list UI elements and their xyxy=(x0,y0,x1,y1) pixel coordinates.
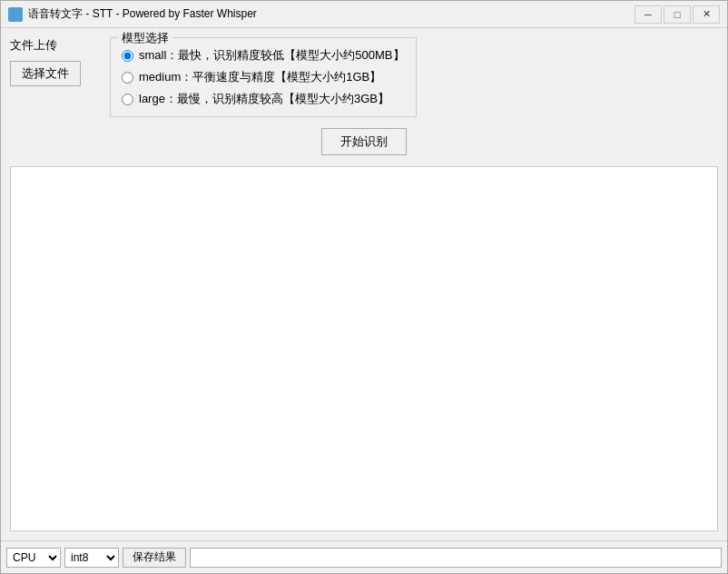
radio-item-large[interactable]: large：最慢，识别精度较高【模型大小约3GB】 xyxy=(122,91,405,107)
radio-medium[interactable] xyxy=(122,72,133,84)
radio-large[interactable] xyxy=(122,94,133,105)
model-selection-section: 模型选择 small：最快，识别精度较低【模型大小约500MB】 medium：… xyxy=(110,37,417,117)
radio-medium-label: medium：平衡速度与精度【模型大小约1GB】 xyxy=(139,69,381,85)
window-content: 文件上传 选择文件 模型选择 small：最快，识别精度较低【模型大小约500M… xyxy=(1,28,727,540)
select-file-button[interactable]: 选择文件 xyxy=(10,61,81,86)
radio-item-small[interactable]: small：最快，识别精度较低【模型大小约500MB】 xyxy=(122,47,405,64)
file-upload-section: 文件上传 选择文件 xyxy=(10,37,92,86)
status-bar xyxy=(190,548,722,568)
window-title: 语音转文字 - STT - Powered by Faster Whisper xyxy=(28,6,635,22)
minimize-button[interactable]: ─ xyxy=(635,5,662,24)
app-icon xyxy=(8,7,23,22)
radio-large-label: large：最慢，识别精度较高【模型大小约3GB】 xyxy=(139,91,389,107)
maximize-button[interactable]: □ xyxy=(664,5,691,24)
radio-small[interactable] xyxy=(122,50,133,62)
main-window: 语音转文字 - STT - Powered by Faster Whisper … xyxy=(0,0,728,574)
title-bar-controls: ─ □ ✕ xyxy=(635,5,720,24)
output-area xyxy=(10,166,718,531)
radio-item-medium[interactable]: medium：平衡速度与精度【模型大小约1GB】 xyxy=(122,69,405,85)
close-button[interactable]: ✕ xyxy=(693,5,720,24)
action-section: 开始识别 xyxy=(10,128,718,155)
radio-group: small：最快，识别精度较低【模型大小约500MB】 medium：平衡速度与… xyxy=(122,45,405,107)
model-selection-label: 模型选择 xyxy=(118,30,172,46)
save-button[interactable]: 保存结果 xyxy=(123,548,186,568)
bottom-bar: CPU GPU int8 float16 float32 保存结果 xyxy=(1,540,727,573)
file-upload-label: 文件上传 xyxy=(10,37,57,54)
radio-small-label: small：最快，识别精度较低【模型大小约500MB】 xyxy=(139,47,405,64)
int-select[interactable]: int8 float16 float32 xyxy=(64,548,119,568)
start-button[interactable]: 开始识别 xyxy=(321,128,407,155)
cpu-select[interactable]: CPU GPU xyxy=(6,548,61,568)
title-bar: 语音转文字 - STT - Powered by Faster Whisper … xyxy=(1,1,727,28)
top-section: 文件上传 选择文件 模型选择 small：最快，识别精度较低【模型大小约500M… xyxy=(10,37,718,117)
